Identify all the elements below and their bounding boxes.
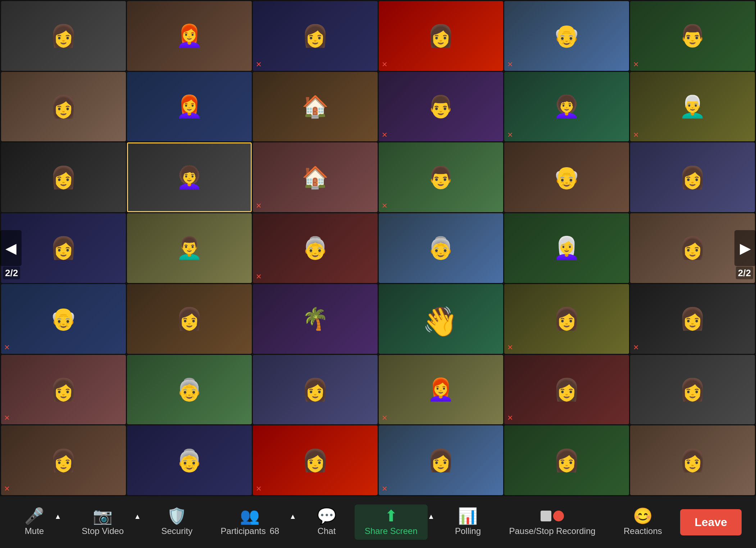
video-cell: 👩 (1, 142, 126, 212)
video-cell: 👩 (630, 142, 755, 212)
pause-stop-button[interactable]: Pause/Stop Recording (499, 504, 605, 540)
polling-label: Polling (455, 526, 481, 536)
video-cell: 👩‍🦰 (127, 1, 252, 71)
stop-video-button[interactable]: 📷 Stop Video (72, 504, 134, 540)
video-grid: 👩 👩‍🦰 👩 ✕ 👩 ✕ 👴 ✕ 👨 ✕ 👩 👩‍🦰 🏠 👨 ✕ 👩‍🦱 ✕ … (0, 0, 756, 496)
share-screen-label: Share Screen (365, 526, 418, 536)
leave-button[interactable]: Leave (680, 509, 742, 535)
video-cell: 👨 ✕ (630, 1, 755, 71)
mute-label: Mute (25, 526, 44, 536)
mute-button[interactable]: 🎤 Mute (14, 504, 54, 540)
mute-icon: ✕ (507, 60, 513, 69)
share-screen-button[interactable]: ⬆ Share Screen (355, 504, 428, 540)
mute-icon: ✕ (507, 414, 513, 422)
mute-icon: 🎤 (24, 508, 44, 524)
mute-icon: ✕ (382, 201, 388, 210)
prev-page-button[interactable]: ◀ (0, 230, 22, 266)
participants-icon: 👥 (240, 508, 260, 524)
chat-button[interactable]: 💬 Chat (307, 504, 347, 540)
stop-video-label: Stop Video (82, 526, 124, 536)
page-indicator-right: 2/2 (736, 267, 753, 279)
mute-icon: ✕ (4, 414, 10, 422)
video-cell: 🌴 (253, 284, 378, 354)
video-cell: 👨 ✕ (379, 72, 504, 142)
video-cell: 👩 (127, 284, 252, 354)
video-cell: 👩 ✕ (630, 284, 755, 354)
participants-button[interactable]: 👥 Participants 68 (211, 504, 290, 540)
share-screen-group: ⬆ Share Screen ▲ (355, 504, 437, 540)
video-cell: 👩 ✕ (1, 425, 126, 495)
video-cell: 👵 (127, 355, 252, 425)
video-cell: 👩 (253, 355, 378, 425)
video-cell: 👩‍🦳 (504, 213, 629, 283)
video-cell: 👵 (127, 425, 252, 495)
video-cell: 👩 ✕ (504, 284, 629, 354)
video-cell: 👩 ✕ (253, 425, 378, 495)
mute-icon: ✕ (633, 131, 639, 139)
mute-icon: ✕ (256, 272, 262, 281)
mute-icon: ✕ (4, 484, 10, 493)
share-screen-caret[interactable]: ▲ (428, 510, 437, 521)
chat-icon: 💬 (317, 508, 337, 524)
security-button[interactable]: 🛡️ Security (151, 504, 202, 540)
video-cell: 🏠 ✕ (253, 142, 378, 212)
page-indicator-left: 2/2 (3, 267, 20, 279)
video-cell: 👴 (504, 142, 629, 212)
stop-video-group: 📷 Stop Video ▲ (72, 504, 143, 540)
mute-icon: ✕ (256, 60, 262, 69)
video-cell: 👩‍🦱 (127, 142, 252, 212)
mute-icon: ✕ (382, 60, 388, 69)
mute-icon: ✕ (382, 484, 388, 493)
participants-group: 👥 Participants 68 ▲ (211, 504, 299, 540)
video-cell: 👵 (379, 213, 504, 283)
share-screen-icon: ⬆ (384, 508, 398, 524)
video-cell: 👩 (630, 425, 755, 495)
video-cell: 👩 (630, 355, 755, 425)
next-page-button[interactable]: ▶ (734, 230, 756, 266)
video-cell: 👩 (1, 1, 126, 71)
mute-icon: ✕ (507, 131, 513, 139)
pause-stop-label: Pause/Stop Recording (509, 526, 595, 536)
participants-caret[interactable]: ▲ (289, 510, 299, 521)
video-cell: 👴 ✕ (504, 1, 629, 71)
polling-icon: 📊 (458, 508, 478, 524)
video-cell: 👩‍🦱 ✕ (504, 72, 629, 142)
mute-icon: ✕ (256, 484, 262, 493)
video-cell: 👩 (1, 72, 126, 142)
mute-icon: ✕ (382, 131, 388, 139)
mute-group: 🎤 Mute ▲ (14, 504, 64, 540)
mute-caret[interactable]: ▲ (54, 510, 64, 521)
video-cell: 👩‍🦰 (127, 72, 252, 142)
mute-icon: ✕ (507, 343, 513, 352)
toolbar: 🎤 Mute ▲ 📷 Stop Video ▲ 🛡️ Security 👥 Pa… (0, 496, 756, 548)
participants-label: Participants 68 (221, 526, 279, 536)
video-cell: 👨‍🦱 (127, 213, 252, 283)
video-cell: 👩 (504, 425, 629, 495)
mute-icon: ✕ (4, 343, 10, 352)
security-icon: 🛡️ (167, 508, 187, 524)
video-cell: 👨 ✕ (379, 142, 504, 212)
reactions-button[interactable]: 😊 Reactions (614, 504, 672, 540)
mute-icon: ✕ (382, 414, 388, 422)
recording-icon (541, 508, 564, 524)
polling-button[interactable]: 📊 Polling (445, 504, 491, 540)
mute-icon: ✕ (256, 201, 262, 210)
video-cell: 👨‍🦳 ✕ (630, 72, 755, 142)
video-cell: 👨 👋 (379, 284, 504, 354)
video-cell: 👩 ✕ (1, 355, 126, 425)
wave-emoji: 👋 (422, 305, 458, 339)
mute-icon: ✕ (633, 60, 639, 69)
security-label: Security (161, 526, 192, 536)
reactions-icon: 😊 (633, 508, 653, 524)
camera-icon: 📷 (93, 508, 113, 524)
video-cell: 👩 ✕ (379, 1, 504, 71)
video-cell: 👵 ✕ (253, 213, 378, 283)
video-cell: 👩‍🦰 ✕ (379, 355, 504, 425)
video-cell: 👩 ✕ (379, 425, 504, 495)
video-cell: 👩 ✕ (504, 355, 629, 425)
mute-icon: ✕ (633, 343, 639, 352)
chat-label: Chat (318, 526, 336, 536)
video-caret[interactable]: ▲ (134, 510, 143, 521)
reactions-label: Reactions (624, 526, 662, 536)
video-cell: 🏠 (253, 72, 378, 142)
